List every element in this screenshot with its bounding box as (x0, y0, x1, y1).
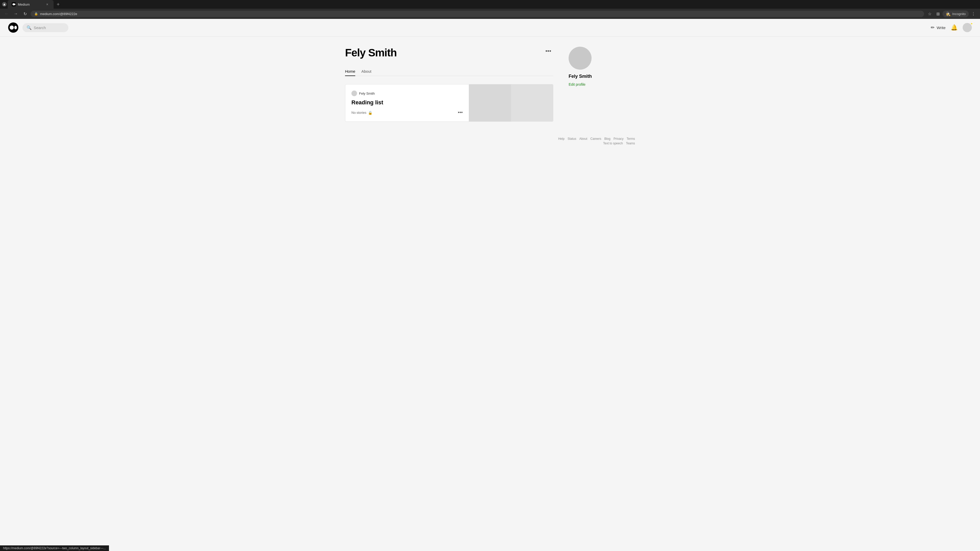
logo-circle (10, 25, 14, 30)
new-tab-button[interactable]: + (55, 0, 62, 8)
back-button[interactable]: ← (3, 10, 10, 17)
edit-profile-link[interactable]: Edit profile (569, 83, 585, 86)
lock-icon: 🔒 (368, 111, 372, 115)
browser-statusbar: https://medium.com/@89f4222e?source=---t… (0, 545, 109, 549)
footer-privacy-link[interactable]: Privacy (614, 137, 624, 141)
forward-button[interactable]: → (12, 10, 19, 17)
footer-about-link[interactable]: About (579, 137, 587, 141)
incognito-label: Incognito (952, 12, 966, 16)
statusbar-url: https://medium.com/@89f4222e?source=---t… (3, 546, 106, 549)
footer-terms-link[interactable]: Terms (627, 137, 635, 141)
header-left: 🔍 Search (8, 22, 68, 33)
card-more-options-button[interactable]: ••• (458, 110, 463, 115)
url-display: medium.com/@89f4222e (40, 12, 921, 16)
sidebar-profile-name: Fely Smith (569, 74, 635, 79)
footer-links-row-1: Help Status About Careers Blog Privacy T… (558, 137, 635, 141)
footer-status-link[interactable]: Status (568, 137, 576, 141)
browser-toolbar: ← → ↻ 🔒 medium.com/@89f4222e ☆ ⊞ 🕵 Incog… (0, 9, 980, 19)
footer-blog-link[interactable]: Blog (605, 137, 611, 141)
card-title[interactable]: Reading list (352, 99, 463, 106)
tab-favicon (12, 2, 16, 6)
toolbar-actions: ☆ ⊞ 🕵 Incognito ⋮ (926, 10, 977, 17)
incognito-icon: 🕵 (945, 11, 951, 16)
profile-more-options-button[interactable]: ••• (543, 47, 553, 56)
profile-header: Fely Smith ••• (345, 47, 553, 59)
tab-close-button[interactable]: × (45, 2, 49, 6)
card-author: Fely Smith (352, 91, 463, 96)
extensions-button[interactable]: ⊞ (934, 10, 942, 17)
bookmark-button[interactable]: ☆ (926, 10, 933, 17)
search-bar[interactable]: 🔍 Search (22, 23, 68, 32)
tab-about[interactable]: About (361, 67, 371, 76)
no-stories-label: No stories 🔒 (352, 111, 372, 115)
search-icon: 🔍 (27, 25, 32, 30)
medium-logo[interactable] (8, 22, 18, 33)
notifications-button[interactable]: 🔔 (951, 24, 958, 31)
card-left: Fely Smith Reading list No stories 🔒 ••• (345, 84, 469, 121)
thumbnail-section-2 (511, 84, 553, 121)
footer-help-link[interactable]: Help (558, 137, 565, 141)
footer-links-row-2: Text to speech Teams (603, 141, 635, 145)
security-icon: 🔒 (34, 12, 38, 16)
write-label: Write (937, 25, 945, 30)
card-author-avatar (352, 91, 357, 96)
logo-oval (14, 26, 17, 29)
card-thumbnail (469, 84, 553, 121)
browser-menu-button[interactable]: ⋮ (970, 10, 977, 17)
avatar-badge: ✦ (970, 22, 973, 25)
sidebar-avatar (569, 47, 592, 70)
write-icon: ✏ (931, 25, 935, 30)
tab-title: Medium (18, 3, 43, 6)
footer-careers-link[interactable]: Careers (590, 137, 601, 141)
incognito-badge[interactable]: 🕵 Incognito (942, 11, 969, 17)
svg-point-2 (14, 3, 15, 5)
browser-tab-medium[interactable]: Medium × (8, 0, 54, 9)
footer-teams-link[interactable]: Teams (626, 141, 635, 145)
medium-header: 🔍 Search ✏ Write 🔔 ✦ (0, 19, 980, 37)
user-avatar-wrapper[interactable]: ✦ (963, 23, 972, 32)
left-column: Fely Smith ••• Home About Fely Smith (345, 47, 553, 122)
write-button[interactable]: ✏ Write (931, 25, 945, 30)
card-footer: No stories 🔒 ••• (352, 110, 463, 115)
page-footer: Help Status About Careers Blog Privacy T… (337, 132, 643, 156)
right-sidebar: Fely Smith Edit profile (569, 47, 635, 122)
logo-inner (10, 25, 17, 30)
browser-chrome: Medium × + ← → ↻ 🔒 medium.com/@89f4222e … (0, 0, 980, 19)
thumbnail-section-1 (469, 84, 511, 121)
svg-marker-0 (3, 3, 5, 5)
card-author-name: Fely Smith (359, 92, 375, 95)
reading-list-card: Fely Smith Reading list No stories 🔒 ••• (345, 84, 553, 122)
refresh-button[interactable]: ↻ (21, 10, 29, 17)
tab-home[interactable]: Home (345, 67, 355, 76)
page-wrapper: 🔍 Search ✏ Write 🔔 ✦ Fely Smith ••• (0, 19, 980, 549)
main-content: Fely Smith ••• Home About Fely Smith (337, 37, 643, 132)
profile-name: Fely Smith (345, 47, 396, 59)
footer-tts-link[interactable]: Text to speech (603, 141, 623, 145)
search-placeholder: Search (34, 25, 46, 30)
tab-group-button[interactable] (2, 2, 6, 6)
profile-tabs: Home About (345, 67, 553, 76)
header-right: ✏ Write 🔔 ✦ (931, 23, 972, 32)
address-bar[interactable]: 🔒 medium.com/@89f4222e (30, 11, 924, 17)
browser-tab-bar: Medium × + (0, 0, 980, 9)
